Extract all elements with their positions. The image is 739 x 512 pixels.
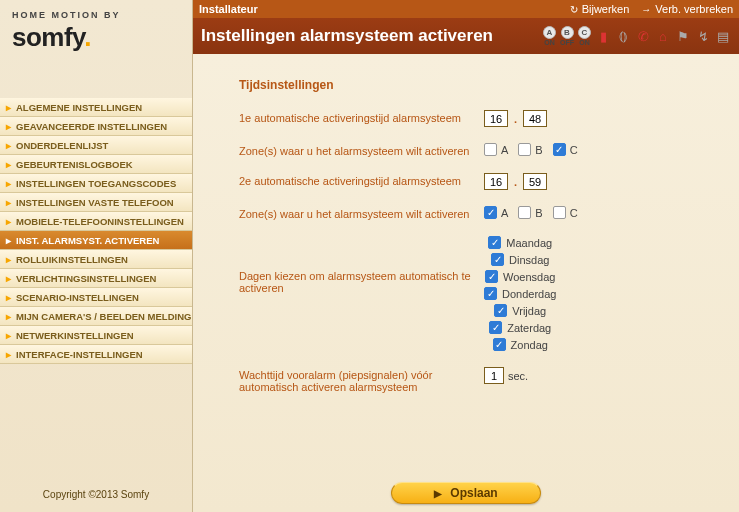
refresh-link[interactable]: ↻ Bijwerken <box>570 3 630 15</box>
sidebar-item-11[interactable]: ▸MIJN CAMERA'S / BEELDEN MELDING <box>0 307 192 326</box>
day-label-zaterdag: Zaterdag <box>507 322 551 334</box>
day-label-dinsdag: Dinsdag <box>509 254 549 266</box>
day-row-woensdag: ✓Woensdag <box>485 270 561 283</box>
mode-b[interactable]: B OFF <box>560 26 574 46</box>
sidebar-item-label: GEAVANCEERDE INSTELLINGEN <box>16 121 167 132</box>
topbar-title: Installateur <box>199 3 558 15</box>
sidebar-item-2[interactable]: ▸ONDERDELENLIJST <box>0 136 192 155</box>
brand-logo: somfy. <box>12 22 180 53</box>
time2-min-input[interactable] <box>523 173 547 190</box>
chevron-right-icon: ▸ <box>6 330 11 341</box>
chevron-right-icon: ▸ <box>6 159 11 170</box>
day-row-vrijdag: ✓Vrijdag <box>494 304 552 317</box>
zones1-label-c: C <box>570 144 578 156</box>
sidebar-item-8[interactable]: ▸ROLLUIKINSTELLINGEN <box>0 250 192 269</box>
play-icon: ▶ <box>434 488 442 499</box>
sidebar-item-label: SCENARIO-INSTELLINGEN <box>16 292 139 303</box>
save-icon: ▤ <box>715 28 731 44</box>
zones2-checkbox-a[interactable]: ✓ <box>484 206 497 219</box>
sidebar-item-label: INSTELLINGEN VASTE TELEFOON <box>16 197 174 208</box>
time-sep: . <box>512 176 519 188</box>
sidebar-item-9[interactable]: ▸VERLICHTINGSINSTELLINGEN <box>0 269 192 288</box>
sidebar: HOME MOTION BY somfy. ▸ALGEMENE INSTELLI… <box>0 0 193 512</box>
row-prealarm: Wachttijd vooralarm (piepsignalen) vóór … <box>239 367 711 393</box>
mode-a[interactable]: A ON <box>543 26 556 46</box>
label-time1: 1e automatische activeringstijd alarmsys… <box>239 110 484 124</box>
save-label: Opslaan <box>450 486 497 500</box>
label-zones1: Zone(s) waar u het alarmsysteem wilt act… <box>239 143 484 157</box>
sidebar-item-3[interactable]: ▸GEBEURTENISLOGBOEK <box>0 155 192 174</box>
status-icons: A ON B OFF C ON ▮ ⦅⦆ ✆ ⌂ ⚑ ↯ ▤ <box>543 26 731 46</box>
chevron-right-icon: ▸ <box>6 235 11 246</box>
sidebar-item-1[interactable]: ▸GEAVANCEERDE INSTELLINGEN <box>0 117 192 136</box>
sidebar-item-4[interactable]: ▸INSTELLINGEN TOEGANGSCODES <box>0 174 192 193</box>
home-icon: ⌂ <box>655 28 671 44</box>
chevron-right-icon: ▸ <box>6 178 11 189</box>
field-prealarm: sec. <box>484 367 528 384</box>
prealarm-input[interactable] <box>484 367 504 384</box>
zones1-checkbox-b[interactable] <box>518 143 531 156</box>
section-title: Tijdsinstellingen <box>239 78 711 92</box>
label-zones2: Zone(s) waar u het alarmsysteem wilt act… <box>239 206 484 220</box>
sidebar-item-label: MOBIELE-TELEFOONINSTELLINGEN <box>16 216 184 227</box>
zones2-group: ✓ABC <box>484 206 584 219</box>
zones1-checkbox-c[interactable]: ✓ <box>553 143 566 156</box>
chevron-right-icon: ▸ <box>6 254 11 265</box>
row-time1: 1e automatische activeringstijd alarmsys… <box>239 110 711 127</box>
save-wrap: ▶ Opslaan <box>193 482 739 504</box>
chevron-right-icon: ▸ <box>6 140 11 151</box>
row-zones1: Zone(s) waar u het alarmsysteem wilt act… <box>239 143 711 157</box>
zones2-checkbox-c[interactable] <box>553 206 566 219</box>
copyright: Copyright ©2013 Somfy <box>0 481 192 512</box>
sidebar-item-6[interactable]: ▸MOBIELE-TELEFOONINSTELLINGEN <box>0 212 192 231</box>
chevron-right-icon: ▸ <box>6 311 11 322</box>
brand: HOME MOTION BY somfy. <box>0 0 192 78</box>
zones1-checkbox-a[interactable] <box>484 143 497 156</box>
phone-icon: ✆ <box>635 28 651 44</box>
brand-tagline: HOME MOTION BY <box>12 10 180 20</box>
sidebar-item-label: GEBEURTENISLOGBOEK <box>16 159 133 170</box>
zones2-checkbox-b[interactable] <box>518 206 531 219</box>
chevron-right-icon: ▸ <box>6 102 11 113</box>
sidebar-item-12[interactable]: ▸NETWERKINSTELLINGEN <box>0 326 192 345</box>
save-button[interactable]: ▶ Opslaan <box>391 482 541 504</box>
day-checkbox-zondag[interactable]: ✓ <box>493 338 506 351</box>
row-time2: 2e automatische activeringstijd alarmsys… <box>239 173 711 190</box>
day-label-vrijdag: Vrijdag <box>512 305 546 317</box>
sidebar-item-label: MIJN CAMERA'S / BEELDEN MELDING <box>16 311 191 322</box>
day-checkbox-maandag[interactable]: ✓ <box>488 236 501 249</box>
day-checkbox-donderdag[interactable]: ✓ <box>484 287 497 300</box>
time1-min-input[interactable] <box>523 110 547 127</box>
wifi-icon: ⦅⦆ <box>615 28 631 44</box>
zones2-label-a: A <box>501 207 508 219</box>
main: Installateur ↻ Bijwerken → Verb. verbrek… <box>193 0 739 512</box>
day-checkbox-woensdag[interactable]: ✓ <box>485 270 498 283</box>
banner: Instellingen alarmsysteem activeren A ON… <box>193 18 739 54</box>
zones1-label-a: A <box>501 144 508 156</box>
tool-icon: ↯ <box>695 28 711 44</box>
sidebar-item-7[interactable]: ▸INST. ALARMSYST. ACTIVEREN <box>0 231 192 250</box>
day-label-zondag: Zondag <box>511 339 548 351</box>
day-checkbox-zaterdag[interactable]: ✓ <box>489 321 502 334</box>
zones2-label-b: B <box>535 207 542 219</box>
zones2-label-c: C <box>570 207 578 219</box>
sidebar-item-label: VERLICHTINGSINSTELLINGEN <box>16 273 156 284</box>
zones1-label-b: B <box>535 144 542 156</box>
row-days: Dagen kiezen om alarmsysteem automatisch… <box>239 236 711 351</box>
disconnect-link[interactable]: → Verb. verbreken <box>641 3 733 15</box>
arrow-right-icon: → <box>641 4 651 15</box>
sidebar-item-13[interactable]: ▸INTERFACE-INSTELLINGEN <box>0 345 192 364</box>
sidebar-item-5[interactable]: ▸INSTELLINGEN VASTE TELEFOON <box>0 193 192 212</box>
days-group: ✓Maandag✓Dinsdag✓Woensdag✓Donderdag✓Vrij… <box>484 236 562 351</box>
day-row-dinsdag: ✓Dinsdag <box>491 253 555 266</box>
day-checkbox-dinsdag[interactable]: ✓ <box>491 253 504 266</box>
page-title: Instellingen alarmsysteem activeren <box>201 26 543 46</box>
day-label-maandag: Maandag <box>506 237 552 249</box>
sidebar-item-10[interactable]: ▸SCENARIO-INSTELLINGEN <box>0 288 192 307</box>
mode-c[interactable]: C ON <box>578 26 591 46</box>
chevron-right-icon: ▸ <box>6 292 11 303</box>
time2-hour-input[interactable] <box>484 173 508 190</box>
time1-hour-input[interactable] <box>484 110 508 127</box>
sidebar-item-0[interactable]: ▸ALGEMENE INSTELLINGEN <box>0 98 192 117</box>
day-checkbox-vrijdag[interactable]: ✓ <box>494 304 507 317</box>
